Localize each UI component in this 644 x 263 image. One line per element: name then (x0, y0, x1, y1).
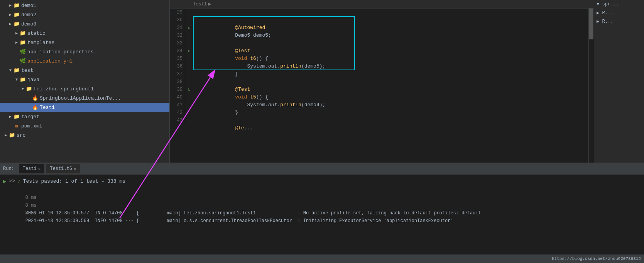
line-41: 41 (170, 101, 183, 109)
tree-item-src[interactable]: ▶ 📁 src (0, 131, 169, 140)
tree-label-appprops: application.properties (27, 49, 94, 55)
folder-icon-demo2: 📁 (13, 12, 20, 18)
line-37: 37 (170, 70, 183, 78)
code-line-38: @Test (193, 78, 586, 86)
status-bar: https://blog.csdn.net/zhou920786312 (0, 255, 644, 263)
breadcrumb: Test1 ▶ (170, 0, 594, 8)
tree-label-feizhou: fei.zhou.springboot1 (34, 86, 94, 92)
tree-label-test: test (21, 68, 33, 73)
tree-label-pomxml: pom.xml (21, 123, 42, 129)
code-line-31: Demo5 demo5; (193, 24, 586, 32)
main-area: ▶ 📁 demo1 ▶ 📁 demo2 ▶ 📁 demo3 ▶ 📁 static… (0, 0, 644, 163)
tree-item-java[interactable]: ▼ 📁 java (0, 75, 169, 84)
line-40: 40 (170, 93, 183, 101)
gutter-33 (185, 39, 193, 47)
code-line-29 (193, 8, 586, 16)
tab-test1t6-close[interactable]: ✕ (74, 166, 76, 171)
gutter: ↻ ↻ ↻ (185, 8, 193, 124)
tree-label-springbootapp: Springboot1ApplicationTe... (40, 95, 121, 101)
arrow-feizhou: ▼ (20, 87, 25, 91)
line-36: 36 (170, 63, 183, 70)
tree-item-static[interactable]: ▶ 📁 static (0, 29, 169, 38)
gutter-43 (185, 117, 193, 124)
line-31: 31 (170, 24, 183, 32)
tree-label-static: static (27, 31, 46, 36)
folder-icon-feizhou: 📁 (25, 86, 32, 92)
tree-item-springbootapp[interactable]: ▶ 🔥 Springboot1ApplicationTe... (0, 93, 169, 103)
right-panel-label-2: ▶ R... (597, 10, 613, 16)
tree-item-appprops[interactable]: ▶ 🌿 application.properties (0, 47, 169, 56)
tree-item-test[interactable]: ▼ 📁 test (0, 66, 169, 75)
tree-label-src: src (17, 132, 25, 138)
test-result-bar: ▶ >> ✓ Tests passed: 1 of 1 test – 338 m… (0, 176, 644, 186)
arrow-demo1: ▶ (8, 3, 13, 8)
line-29: 29 (170, 8, 183, 16)
code-line-32 (193, 32, 586, 39)
tree-label-demo1: demo1 (21, 3, 36, 8)
gutter-34: ↻ (185, 47, 193, 55)
folder-icon-templates: 📁 (19, 39, 26, 46)
right-panel-item-2[interactable]: ▶ R... (594, 8, 644, 17)
tree-label-target: target (21, 114, 39, 120)
tree-item-demo3[interactable]: ▶ 📁 demo3 (0, 19, 169, 29)
tab-test1[interactable]: Test1 ✕ (19, 164, 45, 173)
code-line-41: } (193, 101, 586, 109)
tab-test1-label: Test1 (23, 166, 37, 171)
line-35: 35 (170, 55, 183, 63)
right-panel: ▼ spr... ▶ R... ▶ R... (594, 0, 644, 163)
tree-item-test1[interactable]: ▶ 🔥 Test1 (0, 103, 169, 112)
gutter-36 (185, 63, 193, 70)
yaml-icon: 🌿 (19, 58, 26, 64)
tab-test1-close[interactable]: ✕ (38, 166, 41, 171)
tree-item-target[interactable]: ▶ 📁 target (0, 112, 169, 121)
arrow-templates: ▶ (14, 40, 19, 45)
thread-log-text: 2021-01-13 12:35:09.569 INFO 14708 --- [… (25, 218, 453, 224)
tab-test1-t6[interactable]: Test1.t6 ✕ (46, 164, 80, 173)
code-line-40: System.out.println(demo4); (193, 93, 586, 101)
tree-item-demo1[interactable]: ▶ 📁 demo1 (0, 1, 169, 10)
check-icon: ✓ (17, 178, 20, 185)
xml-icon: m (13, 123, 20, 129)
code-line-36: } (193, 63, 586, 70)
tree-item-pomxml[interactable]: ▶ m pom.xml (0, 121, 169, 131)
scrollbar-thumb[interactable] (589, 8, 593, 39)
arrow-demo3: ▶ (8, 22, 13, 26)
log-lines: 8 ms 2021-01-10 12:35:09.577 INFO 14708 … (0, 186, 644, 225)
gutter-29 (185, 8, 193, 16)
tree-item-appyml[interactable]: ▶ 🌿 application.yml (0, 56, 169, 66)
arrow-target: ▶ (8, 114, 13, 119)
log-line-thread: 8 ms 2021-01-13 12:35:09.569 INFO 14708 … (3, 194, 641, 202)
code-lines: @Autowired Demo5 demo5; @Test void t6() … (193, 8, 586, 124)
play-button[interactable]: ▶ (3, 178, 6, 185)
gutter-31: ↻ (185, 24, 193, 32)
code-line-33: @Test (193, 39, 586, 47)
spring-icon-test1: 🔥 (32, 104, 39, 110)
tree-item-demo2[interactable]: ▶ 📁 demo2 (0, 10, 169, 19)
bottom-panel: Run: Test1 ✕ Test1.t6 ✕ ▶ >> ✓ Tests pas… (0, 163, 644, 263)
code-line-39: void t5() { (193, 86, 586, 93)
right-panel-item-1[interactable]: ▼ spr... (594, 0, 644, 8)
line-32: 32 (170, 32, 183, 39)
gutter-32 (185, 32, 193, 39)
code-line-34: void t6() { (193, 47, 586, 55)
right-panel-label-3: ▶ R... (597, 19, 613, 24)
tree-label-templates: templates (27, 40, 54, 46)
arrow-src: ▶ (3, 133, 8, 137)
line-30: 30 (170, 16, 183, 24)
right-panel-item-3[interactable]: ▶ R... (594, 17, 644, 25)
folder-icon-test: 📁 (13, 67, 20, 73)
arrow-demo2: ▶ (8, 12, 13, 17)
line-34: 34 (170, 47, 183, 55)
gutter-41 (185, 101, 193, 109)
gutter-37 (185, 70, 193, 78)
breadcrumb-arrow: ▶ (208, 1, 211, 7)
log-line-prev: 8 ms 2021-01-10 12:35:09.577 INFO 14708 … (3, 186, 641, 194)
log-line-started: 8 ms 2021-01-13 12:35:09.919 INFO 14708 … (3, 202, 641, 209)
code-line-37 (193, 70, 586, 78)
tree-item-feizhou[interactable]: ▼ 📁 fei.zhou.springboot1 (0, 84, 169, 93)
code-content[interactable]: 29 30 31 32 33 34 35 36 37 38 39 40 41 4… (170, 8, 594, 163)
arrow-java: ▼ (14, 78, 19, 82)
arrow-test: ▼ (8, 68, 13, 73)
tree-item-templates[interactable]: ▶ 📁 templates (0, 38, 169, 47)
code-line-30: @Autowired (193, 16, 586, 24)
